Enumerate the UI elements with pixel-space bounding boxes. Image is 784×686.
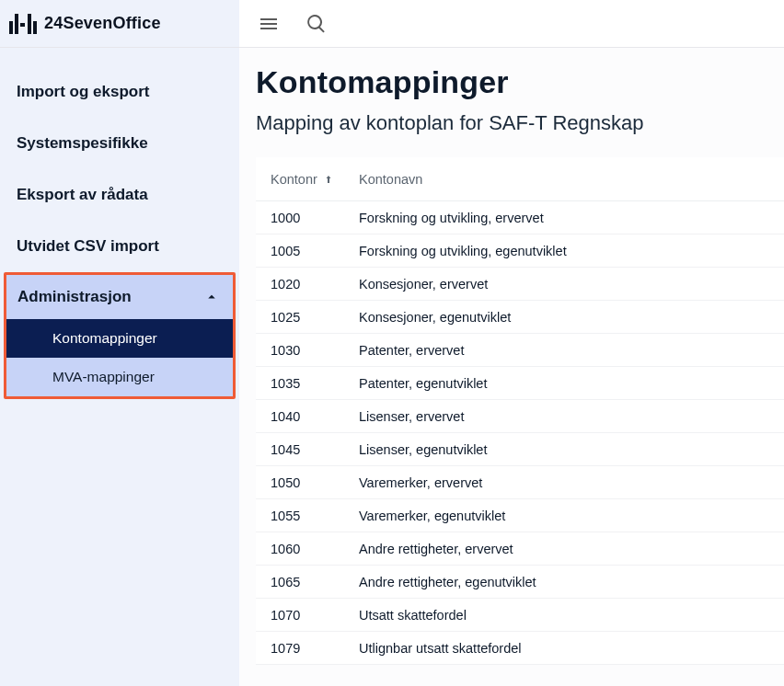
svg-rect-2 — [20, 23, 25, 27]
cell-kontonavn: Lisenser, egenutviklet — [359, 442, 769, 457]
sidebar-subitem-kontomappinger[interactable]: Kontomappinger — [6, 319, 233, 358]
sidebar-item-system-specific[interactable]: Systemspesifikke — [0, 118, 239, 169]
table-row[interactable]: 1045Lisenser, egenutviklet — [256, 433, 784, 466]
cell-kontonavn: Forskning og utvikling, egenutviklet — [359, 244, 769, 258]
column-header-kontonr-label: Kontonr — [271, 172, 317, 187]
table-row[interactable]: 1030Patenter, ervervet — [256, 334, 784, 367]
page-title: Kontomappinger — [256, 64, 784, 100]
sidebar-item-csv-import[interactable]: Utvidet CSV import — [0, 221, 239, 272]
cell-kontonavn: Utsatt skattefordel — [359, 608, 769, 623]
cell-kontonr: 1030 — [271, 343, 359, 358]
brand-logo[interactable]: 24SevenOffice — [9, 14, 161, 34]
sidebar-item-import-export[interactable]: Import og eksport — [0, 66, 239, 118]
table-body: 1000Forskning og utvikling, ervervet1005… — [256, 201, 784, 665]
cell-kontonr: 1025 — [271, 310, 359, 325]
svg-rect-4 — [33, 21, 37, 34]
cell-kontonr: 1000 — [271, 211, 359, 225]
cell-kontonavn: Varemerker, ervervet — [359, 475, 769, 490]
sidebar-item-raw-export[interactable]: Eksport av rådata — [0, 169, 239, 221]
cell-kontonr: 1065 — [271, 575, 359, 589]
cell-kontonavn: Lisenser, ervervet — [359, 409, 769, 424]
brand-mark-icon — [9, 14, 37, 34]
hamburger-icon — [258, 13, 280, 35]
cell-kontonr: 1079 — [271, 641, 359, 656]
table-row[interactable]: 1065Andre rettigheter, egenutviklet — [256, 566, 784, 599]
table-row[interactable]: 1079Utlignbar utsatt skattefordel — [256, 632, 784, 665]
page-subtitle: Mapping av kontoplan for SAF-T Regnskap — [256, 111, 784, 135]
table-row[interactable]: 1000Forskning og utvikling, ervervet — [256, 201, 784, 234]
cell-kontonr: 1050 — [271, 475, 359, 490]
cell-kontonr: 1060 — [271, 542, 359, 556]
cell-kontonavn: Konsesjoner, ervervet — [359, 277, 769, 292]
topbar-actions — [239, 13, 784, 35]
column-header-kontonavn[interactable]: Kontonavn — [359, 172, 769, 187]
table-row[interactable]: 1020Konsesjoner, ervervet — [256, 268, 784, 301]
cell-kontonavn: Andre rettigheter, ervervet — [359, 542, 769, 556]
sidebar-item-admin[interactable]: Administrasjon — [6, 275, 233, 319]
cell-kontonavn: Patenter, ervervet — [359, 343, 769, 358]
sidebar-admin-group: Administrasjon Kontomappinger MVA-mappin… — [4, 272, 236, 399]
cell-kontonavn: Konsesjoner, egenutviklet — [359, 310, 769, 325]
cell-kontonavn: Forskning og utvikling, ervervet — [359, 211, 769, 225]
sidebar: Import og eksport Systemspesifikke Ekspo… — [0, 48, 239, 686]
table-row[interactable]: 1040Lisenser, ervervet — [256, 400, 784, 433]
sidebar-admin-label: Administrasjon — [17, 288, 132, 306]
table-row[interactable]: 1035Patenter, egenutviklet — [256, 367, 784, 400]
cell-kontonavn: Patenter, egenutviklet — [359, 376, 769, 391]
table-row[interactable]: 1005Forskning og utvikling, egenutviklet — [256, 234, 784, 268]
table-row[interactable]: 1050Varemerker, ervervet — [256, 466, 784, 499]
column-header-kontonavn-label: Kontonavn — [359, 172, 422, 187]
column-header-kontonr[interactable]: Kontonr — [271, 172, 359, 187]
search-icon — [306, 13, 328, 35]
main-content: Kontomappinger Mapping av kontoplan for … — [239, 48, 784, 686]
svg-rect-3 — [28, 14, 31, 34]
table-row[interactable]: 1070Utsatt skattefordel — [256, 599, 784, 632]
cell-kontonavn: Utlignbar utsatt skattefordel — [359, 641, 769, 656]
sidebar-subitem-mva-mappinger[interactable]: MVA-mappinger — [6, 358, 233, 396]
cell-kontonr: 1055 — [271, 509, 359, 523]
cell-kontonr: 1070 — [271, 608, 359, 623]
svg-rect-0 — [9, 21, 13, 34]
svg-rect-1 — [15, 14, 18, 34]
sort-asc-icon — [323, 174, 334, 185]
brand-name: 24SevenOffice — [44, 14, 161, 33]
cell-kontonr: 1020 — [271, 277, 359, 292]
cell-kontonr: 1005 — [271, 244, 359, 258]
table-header: Kontonr Kontonavn — [256, 157, 784, 201]
cell-kontonr: 1045 — [271, 442, 359, 457]
cell-kontonavn: Varemerker, egenutviklet — [359, 509, 769, 523]
cell-kontonr: 1035 — [271, 376, 359, 391]
cell-kontonr: 1040 — [271, 409, 359, 424]
topbar: 24SevenOffice — [0, 0, 784, 48]
search-button[interactable] — [306, 13, 328, 35]
cell-kontonavn: Andre rettigheter, egenutviklet — [359, 575, 769, 589]
topbar-brand-area: 24SevenOffice — [0, 0, 239, 47]
table-row[interactable]: 1025Konsesjoner, egenutviklet — [256, 301, 784, 334]
table-row[interactable]: 1055Varemerker, egenutviklet — [256, 499, 784, 532]
menu-button[interactable] — [258, 13, 280, 35]
account-table: Kontonr Kontonavn 1000Forskning og utvik… — [256, 157, 784, 665]
chevron-up-icon — [203, 289, 220, 305]
table-row[interactable]: 1060Andre rettigheter, ervervet — [256, 532, 784, 566]
